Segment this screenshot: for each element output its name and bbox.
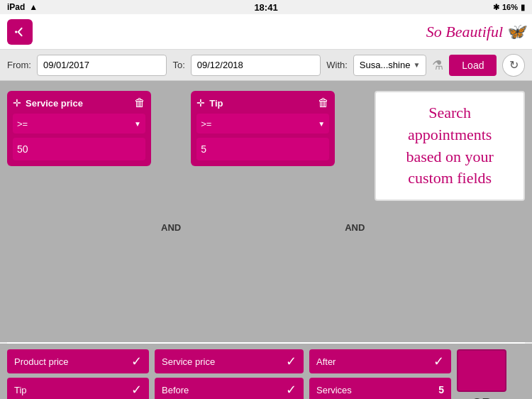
results-col-1: Product price ✓ Tip ✓: [7, 349, 149, 399]
drag-icon-2: ✛: [196, 97, 205, 109]
from-date-input[interactable]: [37, 55, 167, 76]
tip-chip[interactable]: Tip ✓: [7, 378, 149, 399]
after-check: ✓: [433, 354, 444, 369]
tip-check: ✓: [131, 382, 142, 398]
tip-label: Tip: [14, 385, 27, 395]
operator-select-wrapper-2: >=<==>< ▼: [196, 114, 329, 133]
services-chip[interactable]: Services 5: [309, 378, 451, 399]
results-col-3: After ✓ Services 5: [309, 349, 451, 399]
funnel-icon[interactable]: ⚗: [432, 58, 443, 73]
with-label: With:: [326, 60, 348, 70]
service-price-chip[interactable]: Service price ✓: [155, 349, 304, 373]
drag-icon-1: ✛: [13, 97, 21, 109]
filter-block-2-header: ✛ Tip 🗑: [196, 97, 329, 109]
filter-block-1-header: ✛ Service price 🗑: [13, 97, 145, 109]
product-price-chip[interactable]: Product price ✓: [7, 349, 149, 373]
operator-select-1[interactable]: >=<==><: [13, 114, 145, 133]
handwriting-text: Search appointments based on your custom…: [386, 102, 514, 190]
or-box-top[interactable]: [457, 349, 506, 392]
service-price-value-input[interactable]: [13, 138, 145, 160]
staff-name: Susa...shine: [360, 60, 411, 70]
from-label: From:: [7, 60, 31, 70]
carrier-label: iPad: [7, 2, 25, 12]
services-count: 5: [438, 384, 444, 395]
staff-dropdown[interactable]: Susa...shine ▼: [353, 55, 426, 76]
handwriting-line-1: Search appointments: [408, 104, 492, 143]
status-right: ✱ 16% ▮: [493, 3, 525, 12]
filter-block-2-title-row: ✛ Tip: [196, 97, 223, 109]
service-price-check: ✓: [286, 354, 297, 369]
to-date-input[interactable]: [191, 55, 321, 76]
or-block: OR: [457, 349, 506, 399]
or-label: OR: [472, 396, 492, 399]
before-check: ✓: [286, 382, 297, 398]
tip-value-input[interactable]: [196, 138, 329, 160]
and-label-2: AND: [342, 222, 367, 233]
service-price-chip-label: Service price: [162, 356, 215, 367]
product-price-label: Product price: [14, 356, 69, 367]
wifi-icon: ▲: [29, 2, 38, 12]
load-button[interactable]: Load: [449, 55, 497, 76]
tip-filter-block: ✛ Tip 🗑 >=<==>< ▼: [191, 91, 335, 166]
back-button[interactable]: [7, 19, 33, 45]
status-left: iPad ▲: [7, 2, 38, 12]
staff-dropdown-chevron: ▼: [413, 61, 420, 69]
before-label: Before: [162, 385, 189, 395]
filter-bar: From: To: With: Susa...shine ▼ ⚗ Load ↻: [0, 50, 532, 81]
bluetooth-icon: ✱: [493, 3, 499, 12]
operator-select-wrapper-1: >=<==>< ▼: [13, 114, 145, 133]
after-chip[interactable]: After ✓: [309, 349, 451, 373]
butterfly-icon: 🦋: [506, 23, 525, 41]
status-bar: iPad ▲ 18:41 ✱ 16% ▮: [0, 0, 532, 14]
refresh-button[interactable]: ↻: [502, 54, 525, 77]
refresh-icon: ↻: [509, 58, 519, 72]
delete-icon-2[interactable]: 🗑: [318, 97, 329, 109]
before-chip[interactable]: Before ✓: [155, 378, 304, 399]
time-display: 18:41: [254, 2, 277, 13]
logo-text: So Beautiful: [426, 23, 503, 41]
service-price-filter-block: ✛ Service price 🗑 >=<==>< ▼: [7, 91, 151, 166]
main-area: ✛ Service price 🗑 >=<==>< ▼ AND ✛ Tip 🗑 …: [0, 81, 532, 342]
svg-rect-0: [15, 31, 17, 33]
product-price-check: ✓: [131, 354, 142, 369]
results-col-2: Service price ✓ Before ✓: [155, 349, 304, 399]
after-label: After: [316, 356, 336, 367]
filter-block-1-title-row: ✛ Service price: [13, 97, 83, 109]
handwriting-note: Search appointments based on your custom…: [375, 91, 525, 201]
header-bar: So Beautiful 🦋: [0, 14, 532, 50]
app-logo: So Beautiful 🦋: [426, 23, 525, 41]
to-label: To:: [172, 60, 184, 70]
back-icon: [13, 26, 26, 38]
filter-block-1-title: Service price: [26, 98, 83, 109]
filter-block-2-title: Tip: [209, 98, 223, 109]
handwriting-line-3: custom fields: [408, 169, 492, 187]
delete-icon-1[interactable]: 🗑: [134, 97, 145, 109]
and-label-1: AND: [158, 222, 184, 233]
battery-icon: ▮: [521, 3, 525, 12]
handwriting-line-2: based on your: [406, 148, 493, 165]
services-label: Services: [316, 385, 352, 395]
battery-label: 16%: [502, 3, 518, 11]
operator-select-2[interactable]: >=<==><: [196, 114, 329, 133]
results-area: Product price ✓ Tip ✓ Service price ✓ Be…: [0, 344, 532, 399]
